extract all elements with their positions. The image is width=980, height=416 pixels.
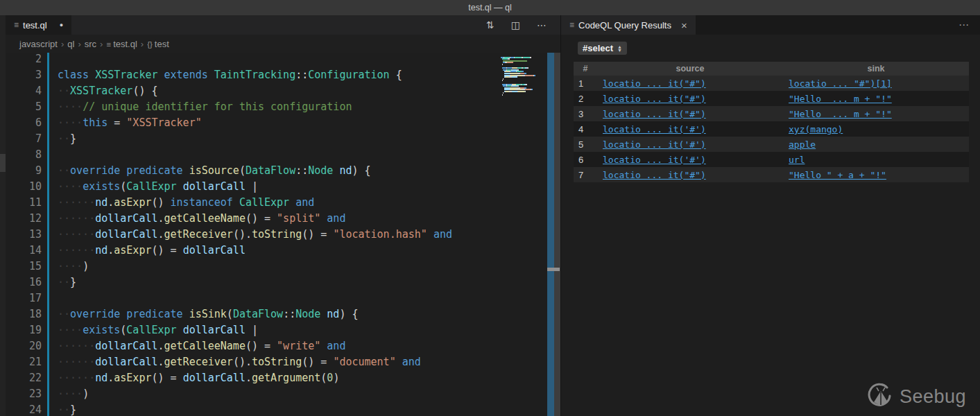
result-index: 1	[574, 76, 597, 91]
line-number: 12	[6, 212, 42, 225]
editor-actions: ⇅ ◫ ⋯	[486, 15, 560, 35]
results-table: #sourcesink1locatio ... it("#")locatio .…	[574, 62, 969, 182]
line-number: 4	[6, 85, 42, 97]
line-text: ····// unique identifier for this config…	[58, 101, 352, 113]
breadcrumb-item-src[interactable]: src	[85, 39, 96, 49]
result-row-2: 2locatio ... it("#")"Hello ... m + "!"	[574, 91, 969, 106]
column-header-sink[interactable]: sink	[783, 62, 969, 76]
breadcrumb-item-javascript[interactable]: javascript	[19, 39, 58, 49]
close-icon[interactable]: ×	[681, 19, 687, 31]
select-label: #select	[583, 43, 613, 53]
source-link[interactable]: locatio ... it("#")	[603, 109, 706, 119]
minimap[interactable]	[501, 55, 541, 96]
more-actions-icon[interactable]: ⋯	[537, 19, 547, 31]
sink-link[interactable]: "Hello ... m + "!"	[789, 94, 892, 104]
result-index: 4	[574, 121, 597, 137]
code-line-6: 6····this = "XSSTracker"	[6, 116, 560, 132]
source-link[interactable]: locatio ... it("#")	[603, 170, 706, 180]
open-changes-icon[interactable]: ⇅	[486, 19, 495, 31]
modified-dot-icon[interactable]: ●	[60, 21, 63, 28]
line-number: 7	[6, 132, 42, 145]
code-line-8: 8	[6, 148, 560, 164]
seebug-logo-icon	[866, 383, 894, 410]
code-line-18: 18··override predicate isSink(DataFlow::…	[6, 308, 560, 324]
results-body: #select ▲▼ #sourcesink1locatio ... it("#…	[561, 35, 980, 416]
result-row-3: 3locatio ... it("#")"Hello ... m + "!"	[574, 106, 969, 121]
code-line-5: 5····// unique identifier for this confi…	[6, 101, 560, 116]
overview-ruler-cursor	[547, 268, 560, 271]
code-editor[interactable]: 23class XSSTracker extends TaintTracking…	[6, 53, 560, 416]
code-line-22: 22······nd.asExpr() = dollarCall.getArgu…	[6, 372, 560, 388]
line-text: ······nd.asExpr() = dollarCall	[58, 244, 246, 257]
result-index: 3	[574, 106, 597, 121]
line-number: 20	[6, 340, 42, 352]
source-link[interactable]: locatio ... it('#')	[603, 155, 706, 165]
tab-codeql-query-results[interactable]: ≡ CodeQL Query Results ×	[561, 15, 696, 35]
breadcrumb-separator: ›	[78, 39, 80, 49]
line-number: 11	[6, 196, 42, 209]
editor-group: ≡ test.ql ● ⇅ ◫ ⋯ javascript›ql›src›≡tes…	[0, 15, 560, 416]
sink-link[interactable]: xyz(mango)	[789, 124, 843, 135]
line-text: ······dollarCall.getReceiver().toString(…	[58, 228, 452, 241]
line-text: ··XSSTracker() {	[58, 85, 158, 97]
main-area: ≡ test.ql ● ⇅ ◫ ⋯ javascript›ql›src›≡tes…	[0, 15, 980, 416]
line-text: ······dollarCall.getCalleeName() = "writ…	[58, 340, 345, 352]
code-line-15: 15····)	[6, 260, 560, 276]
code-line-20: 20······dollarCall.getCalleeName() = "wr…	[6, 340, 560, 356]
source-link[interactable]: locatio ... it("#")	[603, 78, 706, 89]
select-dropdown[interactable]: #select ▲▼	[578, 42, 627, 55]
code-line-7: 7··}	[6, 132, 560, 148]
breadcrumb-separator: ›	[61, 39, 64, 49]
split-editor-icon[interactable]: ◫	[511, 19, 520, 31]
sink-link[interactable]: url	[789, 155, 805, 165]
line-text: ··}	[58, 132, 76, 145]
source-link[interactable]: locatio ... it("#")	[603, 94, 706, 104]
results-tab-bar: ≡ CodeQL Query Results × ⋯	[561, 15, 980, 35]
line-text: ··}	[58, 404, 76, 416]
result-index: 6	[574, 152, 597, 167]
breadcrumb-item-test[interactable]: {}test	[147, 39, 169, 49]
sink-link[interactable]: locatio ... "#")[1]	[789, 78, 892, 89]
line-number: 5	[6, 101, 42, 113]
line-number: 14	[6, 244, 42, 257]
file-icon: ≡	[14, 20, 19, 30]
editor-column: ≡ test.ql ● ⇅ ◫ ⋯ javascript›ql›src›≡tes…	[6, 15, 560, 416]
source-link[interactable]: locatio ... it('#')	[603, 139, 706, 150]
sink-link[interactable]: "Hello ... m + "!"	[789, 109, 892, 119]
code-line-4: 4··XSSTracker() {	[6, 85, 560, 101]
panel-more-actions-icon[interactable]: ⋯	[958, 19, 980, 31]
code-line-11: 11······nd.asExpr() instanceof CallExpr …	[6, 196, 560, 212]
line-number: 8	[6, 148, 42, 161]
result-row-5: 5locatio ... it('#')apple	[574, 137, 969, 152]
sink-link[interactable]: "Hello " + a + "!"	[789, 170, 886, 180]
result-index: 2	[574, 91, 597, 106]
breadcrumb-item-test-ql[interactable]: ≡test.ql	[106, 39, 137, 49]
code-line-14: 14······nd.asExpr() = dollarCall	[6, 244, 560, 260]
line-number: 22	[6, 372, 42, 384]
results-tab-label: CodeQL Query Results	[578, 20, 671, 31]
line-number: 9	[6, 164, 42, 177]
tab-test-ql[interactable]: ≡ test.ql ●	[6, 15, 71, 35]
column-header-source[interactable]: source	[597, 62, 783, 76]
line-text: ····)	[58, 388, 89, 400]
line-number: 17	[6, 292, 42, 304]
panel-icon: ≡	[569, 20, 574, 30]
breadcrumb: javascript›ql›src›≡test.ql›{}test	[6, 35, 560, 53]
line-text: ····)	[58, 260, 89, 272]
line-text: ····this = "XSSTracker"	[58, 116, 202, 129]
code-line-9: 9··override predicate isSource(DataFlow:…	[6, 164, 560, 180]
breadcrumb-item-ql[interactable]: ql	[67, 39, 74, 49]
line-number: 19	[6, 324, 42, 336]
sink-link[interactable]: apple	[789, 139, 816, 150]
line-text: ··}	[58, 276, 76, 288]
line-number: 16	[6, 276, 42, 288]
scrollbar[interactable]	[554, 53, 560, 416]
vscode-window: test.ql — ql ≡ test.ql ● ⇅ ◫ ⋯	[0, 0, 980, 416]
code-line-2: 2	[6, 53, 560, 69]
source-link[interactable]: locatio ... it('#')	[603, 124, 706, 135]
left-strip-thumb[interactable]	[0, 154, 6, 172]
column-header-num[interactable]: #	[574, 62, 597, 76]
result-index: 7	[574, 167, 597, 182]
line-number: 2	[6, 53, 42, 65]
left-edge-strip	[0, 15, 6, 416]
